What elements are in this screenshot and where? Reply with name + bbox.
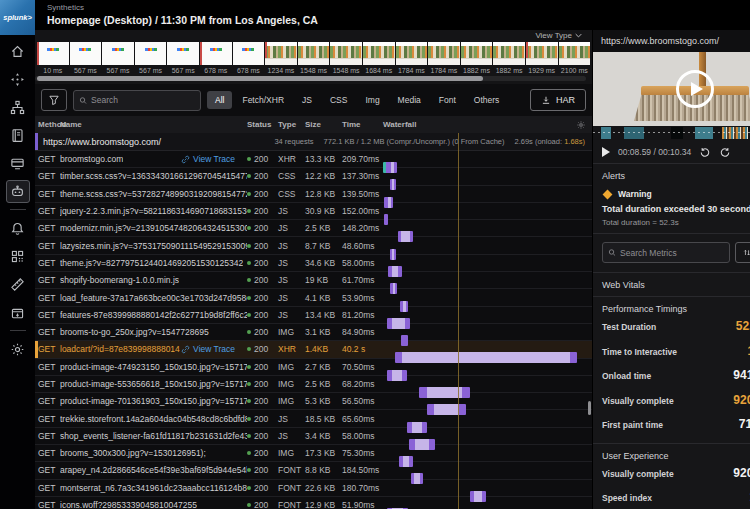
filmstrip-frame[interactable]: 1548 ms <box>330 42 362 74</box>
col-status[interactable]: Status <box>247 120 278 129</box>
waterfall-bar[interactable] <box>388 266 402 277</box>
filmstrip-frame[interactable]: 10 ms <box>37 42 69 74</box>
home-icon[interactable] <box>6 40 30 63</box>
metric-search-input[interactable] <box>620 248 724 258</box>
metric-row[interactable]: Speed index 1.3s+2% <box>602 485 750 509</box>
play-button[interactable] <box>602 147 610 157</box>
request-row[interactable]: GET icons.woff?29853339045810047255 200 … <box>35 497 592 509</box>
search-input[interactable] <box>91 95 195 105</box>
web-vitals-header[interactable]: Web Vitals <box>602 280 750 290</box>
filmstrip-frame[interactable]: 567 ms <box>135 42 167 74</box>
request-row[interactable]: GET arapey_n4.2d2866546ce54f39e3baf69f5d… <box>35 462 592 479</box>
request-row[interactable]: GET timber.scss.css?v=136334301661296704… <box>35 168 592 185</box>
filmstrip-frame[interactable]: 1882 ms <box>461 42 493 74</box>
metric-row[interactable]: Visually complete 920ms+1.4% <box>602 461 750 486</box>
request-row[interactable]: GET theme.js?v=8277975124401469205153012… <box>35 255 592 272</box>
view-trace-link[interactable]: View Trace <box>181 344 235 354</box>
navigator-icon[interactable] <box>6 68 30 91</box>
request-search[interactable] <box>73 90 201 111</box>
filmstrip-frame[interactable]: 1882 ms <box>493 42 525 74</box>
type-filter-tab[interactable]: JS <box>294 91 320 109</box>
journal-icon[interactable] <box>6 124 30 147</box>
col-type[interactable]: Type <box>278 120 305 129</box>
video-seekbar[interactable] <box>593 126 750 140</box>
view-trace-link[interactable]: View Trace <box>181 154 235 164</box>
video-player[interactable] <box>593 52 750 126</box>
breadcrumb[interactable]: Synthetics <box>47 3 750 12</box>
filmstrip-frame[interactable]: 567 ms <box>102 42 134 74</box>
request-row[interactable]: GET features-87e8399988880142f2c62771b9d… <box>35 307 592 324</box>
metric-row[interactable]: Time to Interactive 10s+7.2% <box>602 339 750 364</box>
request-row[interactable]: GET trekkie.storefront.14a2a604dac04b548… <box>35 410 592 427</box>
column-settings-gear-icon[interactable] <box>576 120 586 130</box>
filmstrip-frame[interactable]: 1234 ms <box>265 42 297 74</box>
waterfall-bar[interactable] <box>419 387 470 398</box>
request-row[interactable]: GET load_feature-37a17a663bce00c3e1703d2… <box>35 289 592 306</box>
waterfall-bar[interactable] <box>387 370 407 381</box>
type-filter-tab[interactable]: Others <box>466 91 508 109</box>
settings-gear-icon[interactable] <box>6 338 30 361</box>
request-row[interactable]: GET montserrat_n6.7a3c341961dc23aaabcc11… <box>35 480 592 497</box>
performance-timings-header[interactable]: Performance Timings <box>602 304 750 314</box>
metric-row[interactable]: First paint time 713ms+2% <box>602 412 750 437</box>
type-filter-tab[interactable]: Font <box>431 91 464 109</box>
type-filter-tab[interactable]: Fetch/XHR <box>234 91 292 109</box>
filmstrip-frame[interactable]: 678 ms <box>200 42 232 74</box>
alert-item[interactable]: Warning 12:53 PM <box>602 189 750 199</box>
request-row[interactable]: GET theme.scss.css?v=5372827489903192098… <box>35 186 592 203</box>
synthetics-bot-icon[interactable] <box>6 180 30 203</box>
user-experience-header[interactable]: User Experience <box>602 451 750 461</box>
type-filter-tab[interactable]: Media <box>390 91 429 109</box>
filmstrip-frame[interactable]: 1929 ms <box>526 42 558 74</box>
request-row[interactable]: GET shopify-boomerang-1.0.0.min.js 200 J… <box>35 272 592 289</box>
request-row[interactable]: GET product-image-553656618_150x150.jpg?… <box>35 376 592 393</box>
col-waterfall[interactable]: Waterfall <box>383 120 592 130</box>
waterfall-bar[interactable] <box>398 231 413 242</box>
request-row[interactable]: GET product-image-701361903_150x150.jpg?… <box>35 393 592 410</box>
inbox-package-icon[interactable] <box>6 301 30 324</box>
waterfall-bar[interactable] <box>407 422 427 433</box>
waterfall-bar[interactable] <box>390 179 396 190</box>
metric-row[interactable]: Test Duration 52.3s+312% <box>602 314 750 339</box>
filmstrip-frame[interactable]: 567 ms <box>167 42 199 74</box>
type-filter-tab[interactable]: All <box>207 91 232 109</box>
request-row[interactable]: GET lazysizes.min.js?v=37531750901115495… <box>35 237 592 254</box>
filter-button[interactable] <box>41 89 67 111</box>
request-row[interactable]: GET jquery-2.2.3.min.js?v=58211863146907… <box>35 203 592 220</box>
alerts-bell-icon[interactable] <box>6 217 30 240</box>
request-row[interactable]: GET modernizr.min.js?v=21391054748206432… <box>35 220 592 237</box>
filmstrip-frame[interactable]: 2100 ms <box>559 42 591 74</box>
view-type-dropdown[interactable]: View Type <box>535 31 582 40</box>
sort-updown-button[interactable] <box>735 242 750 263</box>
metric-row[interactable]: Onload time 941ms+1.2% <box>602 363 750 388</box>
type-filter-tab[interactable]: Img <box>357 91 387 109</box>
waterfall-bar[interactable] <box>400 301 408 312</box>
filmstrip-frame[interactable]: 1784 ms <box>396 42 428 74</box>
metric-search[interactable] <box>602 242 730 263</box>
waterfall-bar[interactable] <box>395 352 577 363</box>
filmstrip-frame[interactable]: 1784 ms <box>428 42 460 74</box>
waterfall-bar[interactable] <box>384 197 393 208</box>
dashboards-icon[interactable] <box>6 152 30 175</box>
filmstrip-frame[interactable]: 567 ms <box>70 42 102 74</box>
waterfall-bar[interactable] <box>384 214 388 225</box>
waterfall-bar[interactable] <box>401 335 408 346</box>
waterfall-bar[interactable] <box>387 318 410 329</box>
filmstrip-frame[interactable]: 1548 ms <box>298 42 330 74</box>
topology-icon[interactable] <box>6 96 30 119</box>
waterfall-bar[interactable] <box>411 473 423 484</box>
col-size[interactable]: Size <box>305 120 342 129</box>
filmstrip-frame[interactable]: 678 ms <box>233 42 265 74</box>
play-overlay-icon[interactable] <box>676 70 714 108</box>
request-row[interactable]: GET brooms-to-go_250x.jpg?v=1547728695 2… <box>35 324 592 341</box>
request-row[interactable]: GET loadcart/?id=87e839998888014 View Tr… <box>35 341 592 358</box>
waterfall-bar[interactable] <box>427 404 466 415</box>
waterfall-bar[interactable] <box>399 456 413 467</box>
metric-row[interactable]: Visually complete 920ms+1.1% <box>602 388 750 413</box>
col-time[interactable]: Time <box>342 120 383 129</box>
request-row[interactable]: GET shop_events_listener-fa61fd11817b231… <box>35 428 592 445</box>
waterfall-bar[interactable] <box>390 283 397 294</box>
filmstrip-frame[interactable]: 1684 ms <box>363 42 395 74</box>
apps-grid-icon[interactable] <box>6 245 30 268</box>
table-scrollbar-thumb[interactable] <box>588 401 591 415</box>
